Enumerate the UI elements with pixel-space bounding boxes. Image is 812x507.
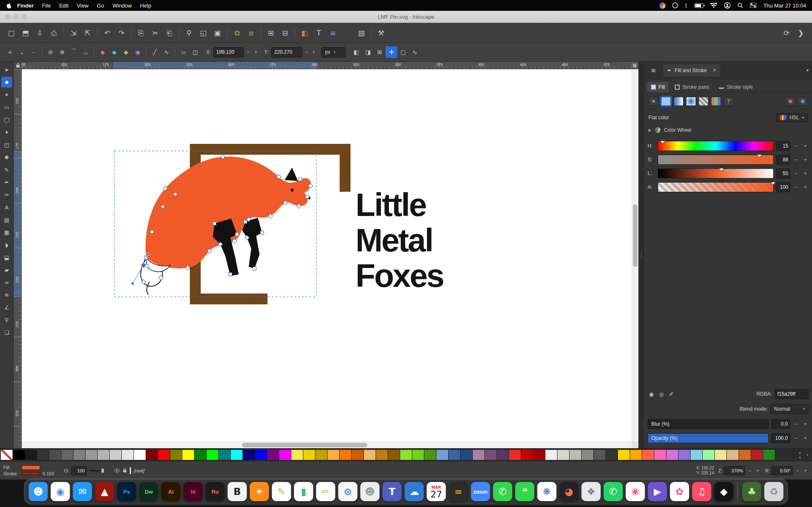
- apple-menu[interactable]: [6, 0, 12, 11]
- zoom-tool[interactable]: ⚲: [1, 314, 12, 325]
- blend-mode-select[interactable]: Normal ▾: [770, 404, 809, 414]
- palette-swatch[interactable]: [13, 450, 25, 460]
- dock-charts-app[interactable]: ▮: [294, 482, 313, 501]
- blur-decrease[interactable]: −: [793, 421, 799, 427]
- menubar-clock[interactable]: Thu Mar 27 10:04: [763, 3, 806, 9]
- alpha-slider[interactable]: [658, 182, 774, 192]
- palette-swatch[interactable]: [763, 450, 775, 460]
- zoom-input[interactable]: [724, 466, 745, 475]
- snap-expand-icon[interactable]: ❯: [794, 26, 808, 40]
- palette-swatch[interactable]: [170, 450, 182, 460]
- node-control-point[interactable]: [146, 253, 149, 256]
- selector-tool[interactable]: ➤: [1, 64, 12, 75]
- ruler-corner-lock[interactable]: [14, 62, 22, 69]
- dock-calendar[interactable]: MAR 27: [427, 482, 446, 501]
- palette-menu-icon[interactable]: ≡: [804, 450, 811, 460]
- palette-swatch[interactable]: [364, 450, 376, 460]
- zoom-increase[interactable]: +: [754, 467, 761, 474]
- save-icon[interactable]: ⇩: [33, 26, 47, 40]
- dock-nature-folder[interactable]: ♣: [742, 482, 762, 501]
- swatches-dialog-icon[interactable]: ≋: [648, 65, 659, 76]
- palette-swatch[interactable]: [219, 450, 230, 460]
- dock-zoom[interactable]: zoom: [471, 482, 490, 501]
- object-to-path-icon[interactable]: ▱: [178, 46, 189, 58]
- dock-launchpad[interactable]: ❖: [582, 482, 601, 501]
- wifi-icon[interactable]: [710, 0, 717, 11]
- dock-finder[interactable]: ☻: [29, 482, 48, 501]
- new-document-icon[interactable]: ▢: [4, 26, 18, 40]
- palette-swatch[interactable]: [207, 450, 218, 460]
- palette-swatch[interactable]: [570, 450, 581, 460]
- palette-swatch[interactable]: [545, 450, 557, 460]
- dock-photoshop[interactable]: Ps: [117, 482, 136, 501]
- layer-lock-icon[interactable]: [123, 468, 127, 474]
- object-opacity-input[interactable]: [71, 466, 87, 475]
- text-dialog-icon[interactable]: T: [312, 26, 326, 40]
- palette-swatch[interactable]: [376, 450, 388, 460]
- cut-icon[interactable]: ✂: [148, 26, 162, 40]
- tab-stroke-paint[interactable]: Stroke paint: [671, 82, 713, 93]
- gradient-tool[interactable]: ▧: [1, 214, 12, 225]
- palette-swatch[interactable]: [303, 450, 315, 460]
- stroke-to-path-icon[interactable]: ◫: [189, 46, 201, 58]
- path-node-square[interactable]: [244, 220, 247, 223]
- palette-swatch[interactable]: [86, 450, 97, 460]
- dock-whatsapp[interactable]: ✆: [604, 482, 623, 501]
- dock-safari[interactable]: ⊙: [338, 482, 358, 501]
- layer-visibility-icon[interactable]: [114, 468, 120, 473]
- undo-icon[interactable]: ↶: [100, 26, 114, 40]
- opacity-slider[interactable]: Opacity (%): [648, 433, 769, 443]
- palette-swatch[interactable]: [739, 450, 751, 460]
- blur-increase[interactable]: +: [802, 421, 809, 427]
- text-tool[interactable]: A: [1, 202, 12, 213]
- palette-swatch[interactable]: [122, 450, 134, 460]
- insert-node-icon[interactable]: +: [4, 46, 16, 58]
- opacity-decrease[interactable]: −: [793, 435, 799, 442]
- box-3d-tool[interactable]: ◰: [1, 139, 12, 150]
- document-properties-icon[interactable]: ▤: [354, 26, 368, 40]
- eraser-tool[interactable]: ▰: [1, 264, 12, 275]
- vertical-scrollbar-thumb[interactable]: [633, 204, 638, 267]
- palette-swatch[interactable]: [485, 450, 497, 460]
- hue-decrease[interactable]: −: [793, 143, 799, 149]
- palette-swatch[interactable]: [678, 450, 690, 460]
- saturation-slider-marker[interactable]: [757, 155, 762, 157]
- node-y-increase[interactable]: +: [310, 49, 317, 55]
- delete-segment-icon[interactable]: ⌓: [80, 46, 91, 58]
- group-icon[interactable]: ⊞: [264, 26, 278, 40]
- palette-swatch[interactable]: [582, 450, 593, 460]
- bluetooth-icon[interactable]: ᛒ: [685, 0, 688, 11]
- palette-swatch[interactable]: [509, 450, 521, 460]
- node-y-input[interactable]: [271, 47, 302, 58]
- palette-swatch[interactable]: [388, 450, 400, 460]
- palette-swatch[interactable]: [49, 450, 61, 460]
- next-lpe-param-icon[interactable]: ∿: [409, 46, 421, 58]
- palette-swatch[interactable]: [594, 450, 605, 460]
- paint-radial-gradient-button[interactable]: [686, 97, 696, 106]
- dock-messages[interactable]: ❝: [515, 482, 535, 501]
- color-mode-select[interactable]: HSL ▾: [776, 113, 808, 122]
- xml-editor-icon[interactable]: [340, 26, 354, 40]
- measure-tool[interactable]: ∠: [1, 302, 12, 313]
- palette-swatch[interactable]: [243, 450, 255, 460]
- export-icon[interactable]: ⇱: [81, 26, 95, 40]
- dock-firefox[interactable]: ◕: [560, 482, 579, 501]
- symmetric-node-icon[interactable]: ◆: [120, 46, 132, 58]
- alpha-slider-marker[interactable]: [771, 182, 775, 185]
- palette-swatch[interactable]: [461, 450, 472, 460]
- tweak-tool[interactable]: ✴: [1, 89, 12, 100]
- paint-swatch-button[interactable]: [711, 97, 721, 106]
- break-node-icon[interactable]: ⊘: [45, 46, 56, 58]
- fill-swatch[interactable]: [22, 465, 40, 470]
- calligraphy-tool[interactable]: ✑: [1, 189, 12, 200]
- ellipse-tool[interactable]: ◯: [1, 114, 12, 125]
- palette-swatch[interactable]: [73, 450, 85, 460]
- horizontal-scrollbar-thumb[interactable]: [242, 443, 367, 447]
- minimize-window-button[interactable]: [13, 14, 18, 19]
- corner-node-icon[interactable]: ◆: [97, 46, 108, 58]
- redo-icon[interactable]: ↷: [114, 26, 129, 40]
- palette-swatch[interactable]: [37, 450, 49, 460]
- rgba-input[interactable]: [774, 389, 809, 399]
- import-icon[interactable]: ⇲: [66, 26, 81, 40]
- print-icon[interactable]: ⎙: [47, 26, 61, 40]
